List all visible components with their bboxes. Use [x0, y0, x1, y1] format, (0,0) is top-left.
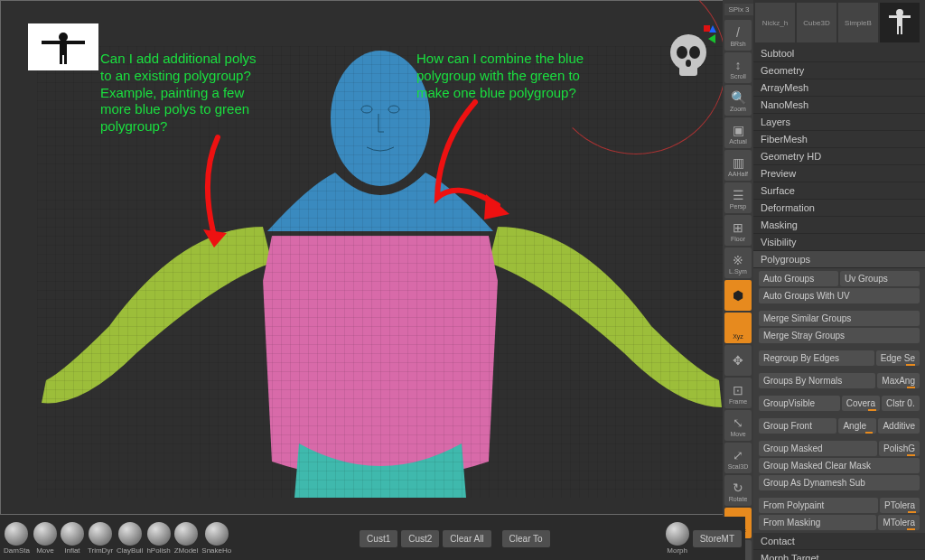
tool-thumb[interactable]: Cube3D	[797, 3, 836, 42]
auto-groups-button[interactable]: Auto Groups	[759, 271, 838, 286]
maxangle-slider[interactable]: MaxAng	[877, 373, 920, 388]
from-polypaint-button[interactable]: From Polypaint	[759, 498, 878, 513]
rail-actual[interactable]: ▣Actual	[724, 117, 752, 148]
group-masked-clear-button[interactable]: Group Masked Clear Mask	[759, 458, 920, 473]
svg-marker-18	[484, 194, 509, 219]
svg-point-19	[896, 9, 903, 16]
svg-marker-17	[203, 229, 227, 247]
rail-frame[interactable]: ⊡Frame	[724, 378, 752, 408]
rail-icon: ↕	[728, 57, 748, 73]
merge-similar-button[interactable]: Merge Similar Groups	[759, 311, 920, 326]
tool-thumbnail[interactable]	[28, 23, 98, 70]
svg-rect-16	[64, 53, 67, 64]
coverage-slider[interactable]: Covera	[842, 396, 880, 411]
clear-to-button[interactable]: Clear To	[502, 530, 550, 547]
groups-normals-button[interactable]: Groups By Normals	[759, 373, 875, 388]
annotation-arrow-left	[154, 132, 263, 249]
rail-xyz[interactable]: Xyz	[724, 313, 752, 343]
brush-claybuil[interactable]: ClayBuil	[117, 522, 143, 555]
group-visible-button[interactable]: GroupVisible	[759, 396, 840, 411]
rail-aahalf[interactable]: ▥AAHalf	[724, 150, 752, 181]
tpose-icon	[36, 28, 90, 66]
section-masking[interactable]: Masking	[753, 217, 925, 234]
edge-slider[interactable]: Edge Se	[876, 350, 920, 366]
auto-groups-uv-button[interactable]: Auto Groups With UV	[759, 288, 920, 303]
nav-gizmo-skull[interactable]	[663, 23, 717, 87]
rail-⬢[interactable]: ⬢	[724, 280, 752, 311]
rail-icon	[728, 317, 748, 333]
section-preview[interactable]: Preview	[753, 165, 925, 182]
clear-all-button[interactable]: Clear All	[443, 530, 491, 547]
morph-button[interactable]: Morph	[666, 522, 689, 555]
group-front-button[interactable]: Group Front	[759, 418, 836, 434]
rail-scal3d[interactable]: ⤢Scal3D	[724, 443, 752, 473]
section-geometry[interactable]: Geometry	[753, 62, 925, 79]
section-arraymesh[interactable]: ArrayMesh	[753, 79, 925, 97]
section-layers[interactable]: Layers	[753, 114, 925, 131]
section-morph-target[interactable]: Morph Target	[753, 550, 925, 560]
annotation-arrow-right	[412, 98, 556, 252]
annotation-left: Can I add additional polys to an existin…	[100, 51, 281, 135]
group-masked-button[interactable]: Group Masked	[759, 441, 877, 456]
svg-marker-5	[708, 34, 715, 43]
svg-rect-21	[889, 15, 911, 18]
brush-hpolish[interactable]: hPolish	[146, 522, 170, 555]
rail-icon: ⤡	[728, 415, 748, 431]
rail-zoom[interactable]: 🔍Zoom	[724, 85, 752, 116]
annotation-right: How can I combine the blue polygroup wit…	[416, 51, 615, 101]
rail-icon: /	[728, 24, 748, 41]
svg-rect-6	[704, 25, 710, 32]
rail-brsh[interactable]: /BRsh	[724, 20, 752, 51]
section-nanomesh[interactable]: NanoMesh	[753, 97, 925, 114]
viewport[interactable]: Can I add additional polys to an existin…	[0, 0, 745, 515]
cust2-button[interactable]: Cust2	[401, 530, 439, 547]
tool-thumb[interactable]	[880, 3, 920, 42]
ptolera-slider[interactable]: PTolera	[880, 498, 920, 513]
section-contact[interactable]: Contact	[753, 533, 925, 550]
section-visibility[interactable]: Visibility	[753, 234, 925, 251]
brush-snakeho[interactable]: SnakeHo	[201, 522, 231, 555]
group-dynamesh-button[interactable]: Group As Dynamesh Sub	[759, 475, 920, 490]
section-subtool[interactable]: Subtool	[753, 45, 925, 62]
brush-inflat[interactable]: Inflat	[61, 522, 84, 555]
brush-damsta[interactable]: DamSta	[4, 522, 30, 555]
sphere-icon	[61, 522, 84, 546]
section-surface[interactable]: Surface	[753, 182, 925, 200]
tool-thumb[interactable]: SimpleB	[838, 3, 878, 42]
polish-slider[interactable]: PolishG	[879, 441, 920, 456]
mtolera-slider[interactable]: MTolera	[878, 515, 920, 530]
section-geometry-hd[interactable]: Geometry HD	[753, 148, 925, 165]
rail-icon: ▥	[728, 154, 748, 171]
additive-toggle[interactable]: Additive	[878, 418, 920, 434]
rail-✥[interactable]: ✥	[724, 345, 752, 376]
rail-icon: ✥	[728, 352, 748, 369]
angle-slider[interactable]: Angle	[838, 418, 876, 434]
from-masking-button[interactable]: From Masking	[759, 515, 876, 530]
store-mt-button[interactable]: StoreMT	[693, 530, 742, 547]
rail-icon: ⤢	[728, 447, 748, 463]
rail-floor[interactable]: ⊞Floor	[724, 215, 752, 246]
merge-stray-button[interactable]: Merge Stray Groups	[759, 328, 920, 343]
uv-groups-button[interactable]: Uv Groups	[840, 271, 920, 286]
sphere-icon	[147, 522, 171, 546]
section-deformation[interactable]: Deformation	[753, 200, 925, 217]
brush-zmodel[interactable]: ZModel	[174, 522, 199, 555]
rail-move[interactable]: ⤡Move	[724, 410, 752, 441]
rail-persp[interactable]: ☰Persp	[724, 182, 752, 213]
tool-thumb[interactable]: Nickz_h	[755, 3, 795, 42]
brush-move[interactable]: Move	[33, 522, 57, 555]
cust1-button[interactable]: Cust1	[360, 530, 397, 547]
svg-rect-15	[60, 53, 62, 64]
section-polygroups[interactable]: Polygroups	[753, 251, 925, 268]
sphere-icon	[205, 522, 229, 546]
brush-trimdyr[interactable]: TrimDyr	[88, 522, 113, 555]
tool-thumbnails-row: Nickz_hCube3DSimpleB	[753, 0, 925, 45]
cluster-slider[interactable]: Clstr 0.	[882, 396, 920, 411]
svg-rect-23	[901, 25, 902, 34]
rail-icon: ⊞	[728, 219, 748, 236]
rail-rotate[interactable]: ↻Rotate	[724, 475, 752, 506]
rail-l.sym[interactable]: ※L.Sym	[724, 247, 752, 278]
section-fibermesh[interactable]: FiberMesh	[753, 131, 925, 148]
rail-scroll[interactable]: ↕Scroll	[724, 52, 752, 83]
regroup-edges-button[interactable]: Regroup By Edges	[759, 350, 874, 366]
